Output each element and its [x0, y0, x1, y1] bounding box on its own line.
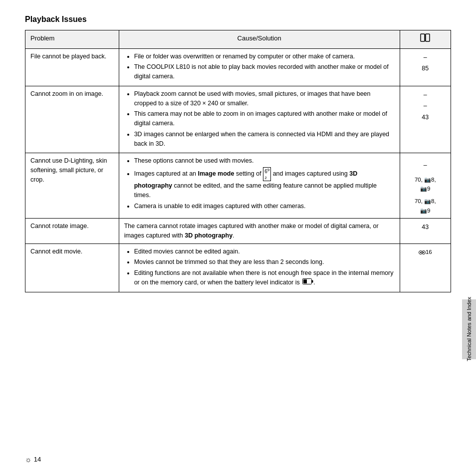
header-ref — [400, 30, 451, 49]
page-title: Playback Issues — [25, 15, 451, 24]
ref-value: 43 — [405, 222, 446, 233]
svg-rect-0 — [421, 34, 425, 41]
ref-cell: 16 — [400, 243, 451, 292]
ref-cell: – 85 — [400, 48, 451, 86]
sidebar-label: Technical Notes and Index — [466, 297, 472, 361]
list-item: Images captured at an Image mode setting… — [134, 167, 395, 200]
sidebar-tab: Technical Notes and Index — [462, 299, 476, 359]
cause-cell: These options cannot be used with movies… — [119, 153, 400, 219]
sun-icon: ☼ — [25, 455, 32, 464]
cause-cell: Playback zoom cannot be used with movies… — [119, 86, 400, 153]
problem-cell: Cannot use D-Lighting, skin softening, s… — [25, 153, 119, 219]
cause-cell: File or folder was overwritten or rename… — [119, 48, 400, 86]
svg-rect-1 — [426, 34, 430, 41]
list-item: Movies cannot be trimmed so that they ar… — [134, 257, 395, 267]
list-item: Editing functions are not available when… — [134, 268, 395, 287]
list-item: These options cannot be used with movies… — [134, 156, 395, 166]
table-row: Cannot zoom in on image. Playback zoom c… — [25, 86, 451, 153]
table-row: Cannot use D-Lighting, skin softening, s… — [25, 153, 451, 219]
ref-cell: – 70, 📷8,📷9 70, 📷8,📷9 — [400, 153, 451, 219]
problem-cell: Cannot rotate image. — [25, 219, 119, 244]
ref-value: – — [405, 52, 446, 63]
issues-table: Problem Cause/Solution File cannot be pl… — [25, 30, 451, 292]
table-row: File cannot be played back. File or fold… — [25, 48, 451, 86]
list-item: The COOLPIX L810 is not able to play bac… — [134, 62, 395, 81]
svg-rect-4 — [312, 280, 313, 283]
table-row: Cannot edit movie. Edited movies cannot … — [25, 243, 451, 292]
bold-text: 3D photography — [185, 232, 233, 239]
problem-cell: Cannot edit movie. — [25, 243, 119, 292]
svg-point-9 — [423, 251, 424, 252]
bold-text: 3D photography — [134, 170, 358, 189]
list-item: File or folder was overwritten or rename… — [134, 52, 395, 61]
ref-cell: 43 — [400, 219, 451, 244]
page-content: Playback Issues Problem Cause/Solution — [0, 0, 476, 307]
header-cause: Cause/Solution — [119, 30, 400, 49]
svg-rect-5 — [303, 279, 307, 283]
page-footer: ☼ 14 — [25, 455, 41, 464]
problem-cell: Cannot zoom in on image. — [25, 86, 119, 153]
ref-value: – — [405, 100, 446, 112]
ref-value: – — [405, 89, 446, 101]
ref-value: 70, 📷8,📷9 — [405, 175, 446, 194]
table-row: Cannot rotate image. The camera cannot r… — [25, 219, 451, 244]
svg-point-7 — [420, 251, 421, 252]
list-item: This camera may not be able to zoom in o… — [134, 109, 395, 128]
bold-text: Image mode — [198, 170, 235, 177]
list-item: Camera is unable to edit images captured… — [134, 202, 395, 211]
cause-cell: The camera cannot rotate images captured… — [119, 219, 400, 244]
ref-value: – — [405, 156, 446, 175]
cause-cell: Edited movies cannot be edited again. Mo… — [119, 243, 400, 292]
ref-value: 16 — [405, 247, 446, 257]
header-problem: Problem — [25, 30, 119, 49]
list-item: Edited movies cannot be edited again. — [134, 247, 395, 256]
list-item: 3D images cannot be enlarged when the ca… — [134, 130, 395, 149]
ref-cell: – – 43 — [400, 86, 451, 153]
problem-cell: File cannot be played back. — [25, 48, 119, 86]
ref-value: 85 — [405, 63, 446, 74]
list-item: Playback zoom cannot be used with movies… — [134, 89, 395, 108]
ref-value: 70, 📷8,📷9 — [405, 197, 446, 215]
page-number: 14 — [34, 456, 41, 463]
ref-value: 43 — [405, 112, 446, 123]
